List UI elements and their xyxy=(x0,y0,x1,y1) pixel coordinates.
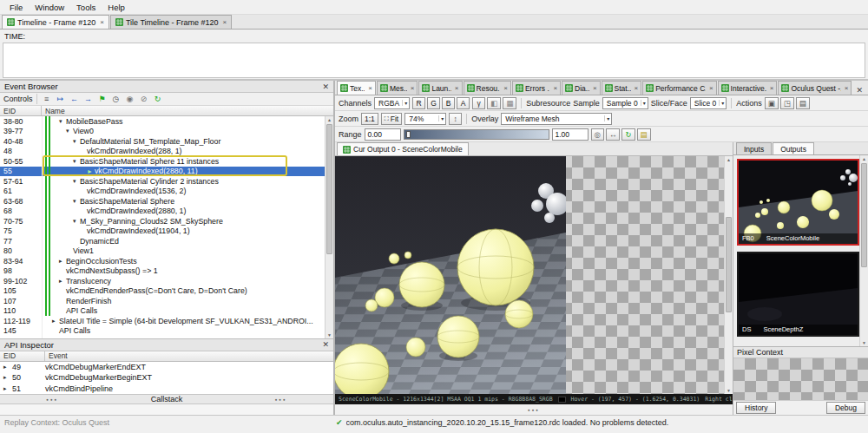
close-icon[interactable]: ✕ xyxy=(322,82,329,91)
event-row[interactable]: 99-102▸Translucency xyxy=(0,276,325,286)
range-slider[interactable] xyxy=(404,129,549,140)
close-icon[interactable]: × xyxy=(770,84,774,92)
event-row[interactable]: 48vkCmdDrawIndexed(288, 1) xyxy=(0,147,325,157)
event-row[interactable]: 98vkCmdNextSubpass() => 1 xyxy=(0,266,325,277)
channel-r-button[interactable]: R xyxy=(412,97,425,109)
event-row[interactable]: 50-55▾BasicShapeMaterial Sphere 11 insta… xyxy=(0,156,325,167)
filter-icon[interactable]: ≡ xyxy=(41,94,53,105)
chevron-down-icon[interactable]: ▾ xyxy=(73,158,80,165)
flip-y-icon[interactable]: ↕ xyxy=(449,113,462,125)
close-icon[interactable]: ✕ xyxy=(322,340,329,349)
thumbnail-scenecolormobile[interactable]: FB0 SceneColorMobile xyxy=(737,159,859,246)
event-row[interactable]: 39-77▾View0 xyxy=(0,127,325,137)
event-row[interactable]: 55►vkCmdDrawIndexed(2880, 11) xyxy=(0,167,325,177)
chevron-right-icon[interactable]: ▸ xyxy=(52,318,59,325)
column-eid[interactable]: EID xyxy=(0,106,42,115)
timeline-track[interactable] xyxy=(3,43,865,78)
slice-select[interactable]: Slice 0 ▾ xyxy=(690,97,727,109)
close-icon[interactable]: × xyxy=(593,84,597,92)
pixel-context-view[interactable] xyxy=(733,358,868,400)
tab-outputs[interactable]: Outputs xyxy=(773,142,814,154)
zoom-fit-button[interactable]: ⛶ Fit xyxy=(381,113,402,125)
event-row[interactable]: 83-94▸BeginOcclusionTests xyxy=(0,256,325,266)
tab-inputs[interactable]: Inputs xyxy=(736,142,772,154)
tab-tile-timeline-frame-120[interactable]: Tile Timeline - Frame #120× xyxy=(110,15,232,29)
open-settings-icon[interactable]: ▤ xyxy=(796,97,810,109)
flip-channels-icon[interactable]: ◧ xyxy=(487,97,501,109)
chevron-down-icon[interactable]: ▾ xyxy=(73,138,80,145)
record-icon[interactable]: ◉ xyxy=(124,94,136,105)
zoom-range-icon[interactable]: ◎ xyxy=(591,128,604,141)
column-name[interactable]: Name xyxy=(42,106,333,115)
tab-oculus-quest[interactable]: Oculus Quest -...× xyxy=(778,81,852,95)
event-row[interactable]: 107RenderFinish xyxy=(0,296,325,306)
texture-canvas[interactable]: ▲ ▼ xyxy=(335,156,733,394)
event-row[interactable]: 105vkCmdEndRenderPass(C=Don't Care, D=Do… xyxy=(0,286,325,297)
bookmark-flag-icon[interactable]: ⚑ xyxy=(96,94,108,105)
channel-b-button[interactable]: B xyxy=(442,97,455,109)
autofit-range-icon[interactable]: ↔ xyxy=(606,128,621,141)
tab-tex[interactable]: Tex...× xyxy=(337,81,376,95)
range-min-input[interactable]: 0.00 xyxy=(365,128,401,141)
scroll-down-icon[interactable]: ▼ xyxy=(862,339,866,346)
scrollbar-thumb[interactable] xyxy=(326,124,332,254)
sample-select[interactable]: Sample 0 ▾ xyxy=(602,97,648,109)
menu-file[interactable]: File xyxy=(3,2,29,13)
channel-a-button[interactable]: A xyxy=(457,97,470,109)
channels-select[interactable]: RGBA ▾ xyxy=(374,97,410,109)
chevron-right-icon[interactable]: ▸ xyxy=(3,374,10,381)
step-forward-icon[interactable]: → xyxy=(82,94,95,105)
close-icon[interactable]: × xyxy=(553,84,557,92)
close-icon[interactable]: × xyxy=(503,84,508,92)
tab-dia[interactable]: Dia...× xyxy=(562,81,600,95)
close-icon[interactable]: ✕ xyxy=(852,86,866,95)
api-row[interactable]: ▸49vkCmdDebugMarkerEndEXT xyxy=(0,362,333,373)
event-row[interactable]: 61vkCmdDrawIndexed(1536, 2) xyxy=(0,187,325,197)
event-row[interactable]: 63-68▾BasicShapeMaterial Sphere xyxy=(0,196,325,207)
thumbnail-scrollbar[interactable]: ▲ ▼ xyxy=(859,155,868,346)
scroll-down-icon[interactable]: ▼ xyxy=(327,331,332,338)
tab-mes[interactable]: Mes...× xyxy=(377,81,418,95)
menu-help[interactable]: Help xyxy=(102,2,131,13)
column-event[interactable]: Event xyxy=(45,351,333,361)
range-max-input[interactable]: 1.00 xyxy=(552,128,589,141)
close-icon[interactable]: × xyxy=(100,18,104,26)
chevron-down-icon[interactable]: ▾ xyxy=(59,118,66,125)
refresh-icon[interactable]: ↻ xyxy=(152,94,164,105)
event-row[interactable]: 110API Calls xyxy=(0,306,325,317)
current-output-tab[interactable]: Cur Output 0 - SceneColorMobile xyxy=(337,142,469,155)
callstack-splitter[interactable]: ●●● Callstack ●●● xyxy=(0,394,333,404)
thumbnail-scenedepthz[interactable]: DS SceneDepthZ xyxy=(737,252,859,337)
custom-shader-icon[interactable]: ▦ xyxy=(503,97,516,109)
close-icon[interactable]: × xyxy=(411,84,415,92)
api-row[interactable]: ▸50vkCmdDebugMarkerBeginEXT xyxy=(0,372,333,384)
event-row[interactable]: 70-75▾M_Sky_Panning_Clouds2 SM_SkySphere xyxy=(0,216,325,226)
chevron-right-icon[interactable]: ▸ xyxy=(3,364,10,371)
column-eid[interactable]: EID xyxy=(0,351,45,361)
chevron-right-icon[interactable]: ▸ xyxy=(3,385,10,392)
event-browser-scrollbar[interactable]: ▲ ▼ xyxy=(325,116,333,338)
overlay-select[interactable]: Wireframe Mesh ▾ xyxy=(501,113,612,125)
event-row[interactable]: 57-61▾BasicShapeMaterial Cylinder 2 inst… xyxy=(0,176,325,187)
tab-timeline-frame-120[interactable]: Timeline - Frame #120× xyxy=(2,15,109,29)
chevron-right-icon[interactable]: ▸ xyxy=(59,278,66,285)
timing-clock-icon[interactable]: ◷ xyxy=(110,94,122,105)
close-icon[interactable]: × xyxy=(368,84,372,92)
event-row[interactable]: 112-119▸SlateUI Title = Simple (64-bit D… xyxy=(0,316,325,326)
tab-stat[interactable]: Stat...× xyxy=(602,81,642,95)
save-range-icon[interactable]: ▤ xyxy=(637,128,651,141)
chevron-down-icon[interactable]: ▾ xyxy=(73,218,80,225)
channel-g-button[interactable]: G xyxy=(427,97,440,109)
scroll-up-icon[interactable]: ▲ xyxy=(862,155,866,162)
event-row[interactable]: 40-48▾DefaultMaterial SM_Template_Map_Fl… xyxy=(0,136,325,147)
event-row[interactable]: 38-80▾MobileBasePass xyxy=(0,116,325,127)
close-icon[interactable]: × xyxy=(635,84,639,92)
zoom-1to1-button[interactable]: 1:1 xyxy=(361,113,378,125)
close-icon[interactable]: × xyxy=(709,84,713,92)
api-row[interactable]: ▸51vkCmdBindPipeline xyxy=(0,384,333,395)
tab-errors[interactable]: Errors ...× xyxy=(512,81,561,95)
scroll-down-icon[interactable]: ▼ xyxy=(727,387,731,394)
event-row[interactable]: 145API Calls xyxy=(0,326,325,337)
save-icon[interactable]: ▣ xyxy=(765,97,779,109)
tab-resou[interactable]: Resou...× xyxy=(464,81,511,95)
